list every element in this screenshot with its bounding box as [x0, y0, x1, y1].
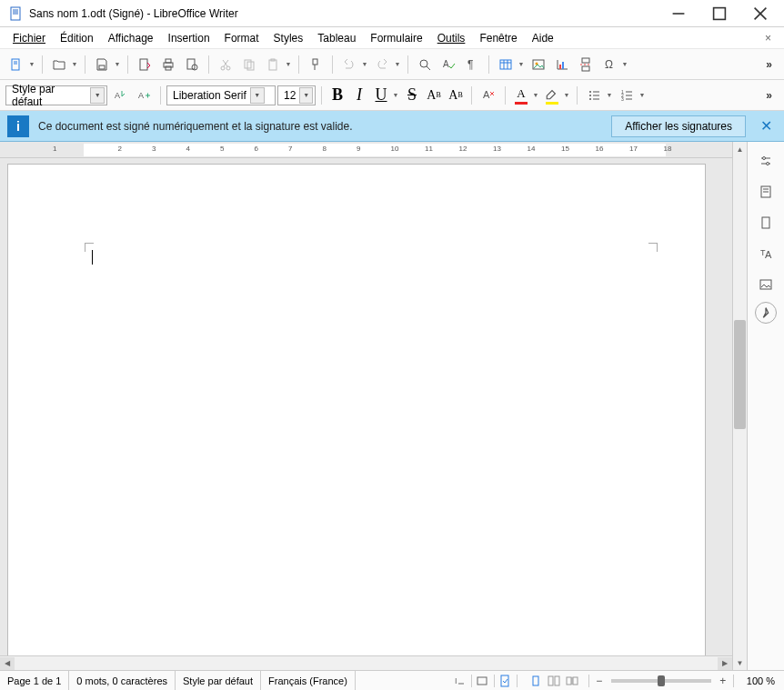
paste-button[interactable] [262, 54, 284, 75]
bullets-button[interactable] [583, 85, 605, 106]
new-button[interactable] [5, 54, 27, 75]
formatting-overflow-icon[interactable]: » [760, 89, 779, 102]
status-words[interactable]: 0 mots, 0 caractères [69, 671, 176, 690]
numbering-dropdown[interactable]: ▼ [638, 85, 647, 106]
vertical-scrollbar[interactable]: ▲ ▼ [732, 142, 747, 670]
undo-button[interactable] [338, 54, 360, 75]
save-button[interactable] [91, 54, 113, 75]
strikethrough-button[interactable]: S [402, 85, 422, 105]
save-dropdown[interactable]: ▼ [113, 54, 122, 75]
svg-rect-8 [12, 59, 19, 70]
bold-button[interactable]: B [327, 85, 347, 105]
subscript-button[interactable]: AB [446, 85, 466, 105]
open-button[interactable] [48, 54, 70, 75]
new-style-button[interactable]: A [133, 85, 155, 106]
menu-fichier[interactable]: Fichier [5, 29, 53, 47]
menu-affichage[interactable]: Affichage [101, 29, 161, 47]
menu-styles[interactable]: Styles [266, 29, 311, 47]
find-button[interactable] [414, 54, 436, 75]
scroll-up-icon[interactable]: ▲ [733, 142, 747, 156]
menu-insertion[interactable]: Insertion [161, 29, 217, 47]
view-single-page-icon[interactable] [528, 674, 543, 688]
minimize-button[interactable] [658, 1, 699, 26]
export-pdf-button[interactable] [134, 54, 156, 75]
zoom-in-button[interactable]: + [717, 675, 729, 687]
menu-edition[interactable]: Édition [53, 29, 101, 47]
numbering-button[interactable]: 123 [616, 85, 638, 106]
zoom-value[interactable]: 100 % [738, 675, 784, 686]
status-style[interactable]: Style par défaut [176, 671, 261, 690]
spellcheck-button[interactable]: A [437, 54, 459, 75]
special-char-button[interactable]: Ω [598, 54, 620, 75]
zoom-slider[interactable] [611, 679, 711, 683]
maximize-button[interactable] [699, 1, 739, 26]
clone-formatting-button[interactable] [305, 54, 327, 75]
chart-button[interactable] [551, 54, 573, 75]
copy-button[interactable] [238, 54, 260, 75]
paragraph-style-combo[interactable]: Style par défaut ▼ [5, 85, 107, 105]
font-name-combo[interactable]: Liberation Serif ▼ [166, 85, 276, 105]
status-language[interactable]: Français (France) [261, 671, 356, 690]
highlight-dropdown[interactable]: ▼ [562, 85, 571, 106]
document-viewport[interactable] [0, 158, 732, 655]
menu-aide[interactable]: Aide [525, 29, 561, 47]
superscript-button[interactable]: AB [424, 85, 444, 105]
font-size-combo[interactable]: 12 ▼ [277, 85, 316, 105]
page[interactable] [7, 164, 706, 655]
print-preview-button[interactable] [181, 54, 203, 75]
toolbar-overflow-icon[interactable]: » [760, 58, 779, 71]
underline-button[interactable]: U [371, 85, 391, 105]
table-button[interactable] [495, 54, 517, 75]
highlight-button[interactable] [542, 85, 562, 105]
insert-mode-icon[interactable]: I [453, 674, 467, 688]
paste-dropdown[interactable]: ▼ [284, 54, 293, 75]
menu-fenetre[interactable]: Fenêtre [472, 29, 524, 47]
scroll-down-icon[interactable]: ▼ [733, 655, 747, 670]
sidebar-gallery-icon[interactable] [752, 271, 779, 298]
image-button[interactable] [528, 54, 549, 75]
scrollbar-thumb[interactable] [734, 320, 746, 429]
zoom-out-button[interactable]: − [593, 675, 606, 687]
scroll-right-icon[interactable]: ▶ [718, 657, 732, 670]
italic-button[interactable]: I [349, 85, 369, 105]
svg-line-29 [427, 66, 430, 70]
view-book-icon[interactable] [565, 674, 579, 688]
horizontal-ruler[interactable]: 123456789101112131415161718 [0, 142, 732, 158]
update-style-button[interactable]: A [109, 85, 131, 106]
menubar-overflow-icon[interactable]: × [758, 32, 779, 45]
selection-mode-icon[interactable] [476, 674, 490, 688]
sidebar-navigator-icon[interactable] [755, 302, 777, 324]
status-page[interactable]: Page 1 de 1 [0, 671, 69, 690]
cut-button[interactable] [215, 54, 236, 75]
sidebar-settings-icon[interactable] [752, 147, 779, 175]
menu-tableau[interactable]: Tableau [310, 29, 363, 47]
show-signatures-button[interactable]: Afficher les signatures [611, 115, 746, 137]
scroll-left-icon[interactable]: ◀ [0, 657, 15, 670]
infobar-close-button[interactable]: ✕ [755, 115, 777, 137]
undo-dropdown[interactable]: ▼ [360, 54, 369, 75]
signature-status-icon[interactable] [498, 674, 513, 688]
menu-outils[interactable]: Outils [430, 29, 473, 47]
sidebar-styles-icon[interactable]: TA [752, 240, 779, 267]
sidebar-properties-icon[interactable] [752, 178, 779, 205]
redo-dropdown[interactable]: ▼ [393, 54, 402, 75]
print-button[interactable] [157, 54, 179, 75]
table-dropdown[interactable]: ▼ [517, 54, 526, 75]
formatting-marks-button[interactable]: ¶ [461, 54, 483, 75]
close-button[interactable] [739, 1, 780, 26]
horizontal-scrollbar[interactable]: ◀ ▶ [0, 655, 732, 670]
bullets-dropdown[interactable]: ▼ [605, 85, 614, 106]
open-dropdown[interactable]: ▼ [70, 54, 79, 75]
new-dropdown[interactable]: ▼ [27, 54, 36, 75]
view-multi-page-icon[interactable] [547, 674, 561, 688]
redo-button[interactable] [371, 54, 393, 75]
menu-formulaire[interactable]: Formulaire [363, 29, 429, 47]
special-char-dropdown[interactable]: ▼ [620, 54, 629, 75]
clear-formatting-button[interactable]: A [477, 85, 499, 106]
font-color-button[interactable]: A [511, 85, 531, 105]
menu-format[interactable]: Format [217, 29, 266, 47]
sidebar-page-icon[interactable] [752, 209, 779, 236]
page-break-button[interactable] [575, 54, 597, 75]
underline-dropdown[interactable]: ▼ [391, 85, 400, 106]
font-color-dropdown[interactable]: ▼ [531, 85, 540, 106]
